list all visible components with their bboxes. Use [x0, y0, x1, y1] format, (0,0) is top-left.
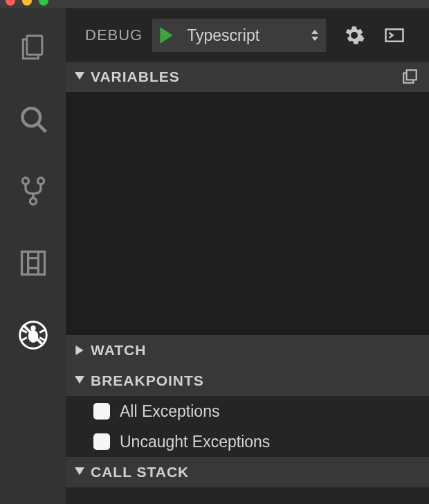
svg-marker-28 [75, 376, 84, 384]
svg-line-17 [21, 330, 26, 333]
svg-marker-23 [311, 37, 318, 41]
debug-icon[interactable] [17, 318, 50, 352]
explorer-icon[interactable] [17, 30, 50, 64]
svg-rect-24 [386, 29, 403, 42]
svg-point-15 [30, 325, 35, 330]
variables-section-header[interactable]: VARIABLES [66, 62, 429, 92]
start-debug-button[interactable] [152, 24, 176, 47]
expand-arrow-icon [74, 72, 85, 82]
svg-marker-27 [75, 345, 83, 355]
select-caret-icon [311, 29, 319, 42]
svg-point-3 [22, 178, 28, 184]
expand-arrow-icon [74, 467, 85, 477]
collapse-all-icon[interactable] [400, 68, 421, 86]
expand-arrow-icon [74, 376, 85, 386]
svg-line-18 [21, 338, 26, 341]
debug-toolbar: DEBUG Typescript [66, 8, 429, 62]
settings-gear-icon[interactable] [343, 24, 366, 47]
svg-marker-21 [161, 27, 173, 44]
window-titlebar [0, 0, 429, 8]
svg-rect-7 [21, 252, 44, 275]
svg-marker-22 [311, 30, 318, 34]
svg-rect-0 [26, 36, 42, 55]
svg-point-1 [22, 108, 40, 126]
variables-title: VARIABLES [91, 69, 394, 85]
breakpoint-checkbox[interactable] [93, 433, 110, 450]
watch-section-header[interactable]: WATCH [66, 335, 429, 366]
watch-title: WATCH [91, 342, 421, 359]
window-zoom-button[interactable] [39, 0, 48, 6]
call-stack-body [66, 487, 429, 504]
source-control-icon[interactable] [17, 174, 50, 208]
svg-marker-29 [75, 467, 84, 475]
breakpoints-section-header[interactable]: BREAKPOINTS [66, 366, 429, 396]
breakpoint-item[interactable]: All Exceptions [66, 396, 429, 426]
debug-label: DEBUG [85, 26, 143, 44]
breakpoint-label: Uncaught Exceptions [120, 433, 270, 451]
breakpoint-label: All Exceptions [120, 402, 219, 421]
window-minimize-button[interactable] [22, 0, 32, 6]
svg-line-19 [39, 330, 44, 333]
activity-bar [0, 8, 66, 504]
svg-marker-25 [75, 72, 84, 80]
search-icon[interactable] [17, 102, 50, 136]
debug-config-select[interactable]: Typescript [176, 19, 311, 52]
window-close-button[interactable] [6, 0, 15, 6]
breakpoint-checkbox[interactable] [93, 403, 110, 420]
call-stack-section-header[interactable]: CALL STACK [66, 457, 429, 487]
breakpoints-title: BREAKPOINTS [91, 372, 421, 389]
debug-console-icon[interactable] [383, 24, 406, 47]
debug-sidebar: DEBUG Typescript [66, 8, 429, 504]
svg-point-5 [30, 198, 36, 204]
call-stack-title: CALL STACK [91, 464, 421, 480]
breakpoint-item[interactable]: Uncaught Exceptions [66, 426, 429, 457]
svg-line-2 [38, 124, 46, 132]
svg-rect-26 [407, 70, 417, 80]
extensions-icon[interactable] [17, 246, 50, 280]
svg-rect-8 [28, 258, 38, 269]
svg-line-20 [39, 338, 44, 341]
variables-panel-body [66, 92, 429, 335]
collapse-arrow-icon [74, 345, 85, 355]
svg-point-4 [37, 178, 44, 184]
